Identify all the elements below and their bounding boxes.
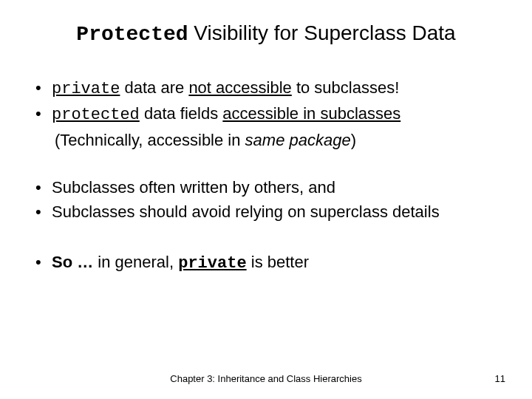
spacer (30, 154, 502, 177)
bullet-subclasses-others: Subclasses often written by others, and (33, 177, 502, 199)
footer-chapter: Chapter 3: Inheritance and Class Hierarc… (0, 373, 532, 384)
title-code: Protected (76, 23, 188, 46)
text: to subclasses! (292, 78, 400, 97)
text-italic: same package (245, 131, 351, 149)
bullet-list-3: So … in general, private is better (33, 251, 502, 275)
code-private: private (52, 80, 120, 98)
spacer (30, 226, 502, 251)
bullet-list-1: private data are not accessible to subcl… (33, 77, 502, 126)
title-rest: Visibility for Superclass Data (188, 21, 456, 44)
text: Subclasses often written by others, and (52, 178, 335, 197)
slide: Protected Visibility for Superclass Data… (0, 0, 532, 399)
slide-title: Protected Visibility for Superclass Data (30, 21, 502, 47)
footer-page-number: 11 (495, 373, 505, 384)
text-bold: So … (52, 253, 93, 271)
text: data fields (140, 104, 223, 123)
text: ) (351, 131, 356, 149)
bullet-conclusion: So … in general, private is better (33, 251, 502, 275)
bullet-protected: protected data fields accessible in subc… (33, 103, 502, 126)
text: is better (247, 253, 309, 271)
bullet-private: private data are not accessible to subcl… (33, 77, 502, 100)
bullet-list-2: Subclasses often written by others, and … (33, 177, 502, 223)
code-private-bold: private (178, 254, 246, 273)
text: in general, (93, 253, 178, 271)
text: Subclasses should avoid relying on super… (52, 202, 440, 221)
code-protected: protected (52, 106, 140, 124)
sub-bullet-technically: (Technically, accessible in same package… (55, 129, 502, 151)
bullet-subclasses-avoid: Subclasses should avoid relying on super… (33, 201, 502, 223)
text-underline: accessible in subclasses (222, 104, 400, 123)
text-underline: not accessible (188, 78, 291, 97)
text: (Technically, accessible in (55, 131, 245, 149)
text: data are (120, 78, 188, 97)
